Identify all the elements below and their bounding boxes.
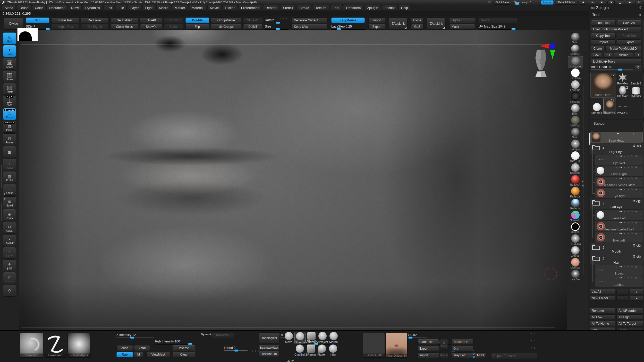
list-all-button[interactable]: List All: [590, 289, 615, 294]
boolean-intersect-icon[interactable]: ◑: [628, 232, 629, 235]
tray-left-button[interactable]: Tray Left: [451, 352, 473, 358]
subtool-icon-strip[interactable]: ⌄●●◐◑✎◉: [606, 133, 641, 135]
subtool-row[interactable]: ⌄●●◐◑✎◉ Brows: [595, 265, 643, 276]
material-item[interactable]: zbro_mo: [568, 56, 583, 68]
toolbar-button[interactable]: ⇅ Flip V: [3, 247, 16, 259]
visibility-eye-icon[interactable]: [636, 144, 641, 148]
mbs-button[interactable]: MBS: [475, 352, 486, 358]
visibility-eye-icon[interactable]: ◉: [635, 277, 637, 279]
make-polymesh3d-button[interactable]: Make PolyMesh3D: [605, 46, 641, 51]
tool-thumbnail[interactable]: Sphere3: [590, 98, 603, 114]
axis-orientation-widget[interactable]: [539, 43, 557, 60]
menu-item[interactable]: Texture: [313, 5, 329, 11]
subtool-row[interactable]: ⌄●●◐◑✎◉ Eye right: [595, 188, 643, 198]
current-stroke-thumbnail[interactable]: FreeHand: [44, 333, 67, 358]
boolean-start-icon[interactable]: ⌄: [615, 188, 617, 191]
slider-thumb[interactable]: [618, 68, 622, 71]
all-to-target-button[interactable]: All To Target: [616, 321, 643, 326]
subtool-row[interactable]: ⌄●●◐◑✎◉ Realtime Eyeball Left: [595, 221, 643, 231]
slider-thumb[interactable]: [511, 28, 516, 30]
shelf-button[interactable]: Smt: [26, 18, 49, 23]
toolbar-button[interactable]: ✎ Edit: [3, 32, 16, 44]
boolean-start-icon[interactable]: ⌄: [615, 155, 617, 157]
boolean-start-icon[interactable]: ⌄: [615, 177, 617, 179]
brush-slot[interactable]: ZRemes: [306, 344, 316, 356]
new-folder-button[interactable]: New Folder: [590, 295, 615, 301]
subtool-icon-strip[interactable]: ⌄●●◐◑✎◉: [611, 210, 641, 213]
material-item[interactable]: BasicMa: [568, 163, 582, 175]
shelf-button[interactable]: Flip: [185, 24, 209, 30]
backfacemask-button[interactable]: BackfaceMask: [259, 345, 279, 350]
toolbar-button[interactable]: ◩ Invers: [3, 272, 16, 284]
active-tool-slider[interactable]: Base Head. 48: [591, 64, 633, 70]
inverse-button[interactable]: Inverse: [173, 345, 195, 351]
subtool-row[interactable]: 4 ⚙ Right eye: [590, 143, 643, 154]
menu-item[interactable]: Marker: [172, 5, 188, 11]
topological-button[interactable]: Topological: [259, 332, 279, 344]
slider-thumb[interactable]: [408, 337, 413, 339]
switch-button[interactable]: Switch: [479, 18, 517, 23]
current-texture-thumbnail[interactable]: Face_Diffuse_8k: [385, 333, 408, 358]
lazymouse-button[interactable]: LazyMouse: [331, 18, 365, 23]
tray-divider-arrow-icon[interactable]: ‹: [587, 7, 588, 10]
material-item[interactable]: FastSha: [568, 80, 582, 92]
toolbar-button[interactable]: ● BPR: [3, 260, 16, 271]
boolean-subtract-icon[interactable]: ◐: [624, 221, 625, 224]
shelf-button[interactable]: Lower Res: [51, 18, 79, 23]
shelf-button[interactable]: Close Holes: [111, 24, 138, 30]
boolean-start-icon[interactable]: ⌄: [615, 166, 617, 168]
boolean-start-icon[interactable]: ⌄: [615, 210, 617, 213]
shelf-button[interactable]: DelMT: [243, 24, 263, 30]
menu-item[interactable]: Zscript: [382, 5, 397, 11]
boolean-start-icon[interactable]: ⌄: [615, 277, 617, 279]
menu-item[interactable]: Help: [399, 5, 411, 11]
tool-palette-header[interactable]: Tool: [592, 13, 599, 17]
materials-scroll-left-icon[interactable]: [582, 184, 583, 187]
boolean-start-icon[interactable]: ⌄: [613, 133, 615, 135]
boolean-union-icon[interactable]: ●●: [619, 221, 622, 224]
subtool-row[interactable]: ⌄●●◐◑✎◉ Realtime Eyeball Right: [595, 177, 643, 187]
polypaint-brush-icon[interactable]: ✎: [631, 155, 633, 157]
menu-item[interactable]: Alpha: [2, 5, 16, 11]
material-item[interactable]: Satin: [568, 33, 582, 44]
zsub-button[interactable]: Zsub: [134, 345, 150, 351]
shelf-button[interactable]: Del Higher: [81, 24, 109, 30]
visibility-eye-icon[interactable]: ◉: [635, 155, 637, 157]
brush-slot[interactable]: Flatten: [317, 344, 327, 356]
toolbar-button[interactable]: x y z ↓ Floor: [3, 96, 16, 107]
export-button[interactable]: Export: [368, 24, 385, 30]
polypaint-brush-icon[interactable]: ✎: [629, 133, 631, 135]
menu-item[interactable]: Stencil: [280, 5, 295, 11]
material-item[interactable]: Satin: [568, 128, 582, 139]
brush-slot[interactable]: Move: [283, 332, 294, 344]
menu-item[interactable]: Color: [32, 5, 45, 11]
slider-thumb[interactable]: [276, 22, 280, 24]
visibility-eye-icon[interactable]: ◉: [635, 188, 637, 191]
visibility-eye-icon[interactable]: [636, 244, 641, 247]
move-down-icon[interactable]: ↓: [630, 289, 643, 294]
uv-map-size-slider[interactable]: UV Map Size 2048: [479, 24, 517, 30]
boolean-subtract-icon[interactable]: ◐: [624, 166, 625, 168]
menu-item[interactable]: Render: [263, 5, 279, 11]
tray-collapse-arrow-icon[interactable]: [4, 197, 5, 200]
visibility-eye-icon[interactable]: ◉: [635, 177, 637, 179]
restore-window-icon[interactable]: ▣: [626, 0, 633, 5]
subtool-row[interactable]: ⌄●●◐◑✎◉ Eye Wet: [595, 154, 643, 165]
texture-import-button[interactable]: Import: [417, 352, 439, 358]
material-item[interactable]: Reflecte: [568, 199, 582, 210]
subtool-row[interactable]: ⌄●●◐◑✎◉ Lens Left: [595, 210, 643, 220]
shelf-button[interactable]: Double: [185, 18, 209, 23]
z-intensity-slider[interactable]: Z Intensity 12: [116, 332, 154, 338]
export-dim-button[interactable]: Export: [440, 352, 448, 358]
tool-thumbnail[interactable]: 12 Base He: [603, 98, 616, 114]
boolean-subtract-icon[interactable]: ◐: [624, 232, 625, 235]
zadd-button[interactable]: Zadd: [116, 345, 133, 351]
tool-thumbnail[interactable]: 2 HD Male: [616, 85, 629, 98]
visibility-eye-icon[interactable]: [636, 200, 641, 203]
lights-button[interactable]: Lights: [449, 18, 475, 23]
goz-button[interactable]: GoZ: [411, 24, 423, 30]
visibility-eye-icon[interactable]: ◉: [635, 221, 637, 224]
inflate-xyz[interactable]: x y z: [531, 332, 539, 334]
zapplink-button[interactable]: ZAppLink: [389, 18, 408, 30]
subtool-icon-strip[interactable]: ⌄●●◐◑✎◉: [611, 188, 641, 191]
